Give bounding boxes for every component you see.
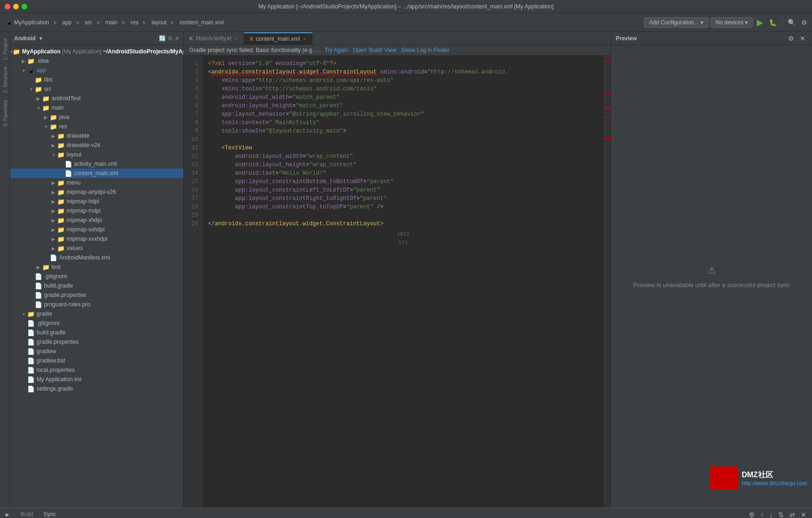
- tree-label: menu: [67, 179, 81, 186]
- close-panel-button[interactable]: ✕: [175, 35, 179, 42]
- tree-item-mipmap-xhdpi[interactable]: ▶ 📁 mipmap-xhdpi: [10, 215, 183, 225]
- tree-item-androidmanifest[interactable]: 📄 AndroidManifest.xml: [10, 253, 183, 262]
- tree-item-java[interactable]: ▶ 📁 java: [10, 112, 183, 122]
- tree-label: androidTest: [52, 95, 81, 102]
- tree-item-libs[interactable]: 📁 libs: [10, 75, 183, 84]
- tree-item-main[interactable]: ▾ 📁 main: [10, 103, 183, 112]
- tree-item-values[interactable]: ▶ 📁 values: [10, 244, 183, 253]
- module-breadcrumb[interactable]: app: [60, 18, 74, 27]
- maximize-button[interactable]: [22, 4, 27, 9]
- tree-item-gradlew[interactable]: 📄 gradlew: [10, 347, 183, 356]
- settings-icon[interactable]: ⚙: [168, 35, 173, 42]
- tree-item-settings-gradle[interactable]: 📄 settings.gradle: [10, 384, 183, 393]
- tree-item-gradlew-bat[interactable]: 📄 gradlew.bat: [10, 356, 183, 365]
- try-again-link[interactable]: Try Again: [325, 47, 348, 53]
- project-panel-header: Android ▾ 🔄 ⚙ ✕: [10, 32, 183, 45]
- tab-build[interactable]: Build: [16, 509, 38, 518]
- run-button[interactable]: ▶: [755, 17, 765, 28]
- tree-item-root[interactable]: ▾ 📁 MyApplication [My Application] ~/And…: [10, 47, 183, 56]
- tree-label: values: [67, 245, 83, 252]
- folder-icon: 📁: [57, 245, 65, 252]
- debug-button[interactable]: 🐛: [767, 19, 779, 26]
- preview-close-button[interactable]: ✕: [798, 34, 807, 43]
- open-build-link[interactable]: Open 'Build' View: [353, 47, 396, 53]
- minimize-button[interactable]: [13, 4, 19, 9]
- tree-item-menu[interactable]: ▶ 📁 menu: [10, 178, 183, 187]
- scroll-up-button[interactable]: ↑: [759, 510, 766, 518]
- tree-item-gradle-properties[interactable]: 📄 gradle.properties: [10, 337, 183, 347]
- tree-label: app: [37, 67, 46, 74]
- file-icon: 📄: [27, 367, 35, 374]
- sync-project-button[interactable]: 🔄: [159, 35, 166, 42]
- add-configuration-button[interactable]: Add Configuration... ▾: [644, 17, 708, 28]
- search-button[interactable]: 🔍: [786, 18, 797, 27]
- folder-icon: 📁: [57, 198, 65, 205]
- tree-item-androidtest[interactable]: ▶ 📁 androidTest: [10, 94, 183, 103]
- tree-item-local-properties[interactable]: 📄 local.properties: [10, 365, 183, 375]
- close-button[interactable]: [5, 4, 10, 9]
- build-forward-button[interactable]: ▶: [4, 511, 11, 518]
- tree-item-proguard[interactable]: 📄 proguard-rules.pro: [10, 300, 183, 309]
- tree-item-build-gradle-app[interactable]: 📄 build.gradle: [10, 281, 183, 290]
- file-icon: 📄: [35, 273, 42, 280]
- tree-item-idea[interactable]: ▶ 📁 .idea: [10, 56, 183, 66]
- tree-item-layout[interactable]: ▾ 📁 layout: [10, 150, 183, 159]
- tree-item-src[interactable]: ▾ 📁 src: [10, 84, 183, 94]
- no-devices-button[interactable]: No devices ▾: [710, 17, 753, 28]
- tree-item-app[interactable]: ▾ 📱 app: [10, 66, 183, 75]
- scroll-down-button[interactable]: ↓: [767, 510, 775, 518]
- tree-item-mipmap-hdpi[interactable]: ▶ 📁 mipmap-hdpi: [10, 197, 183, 206]
- folder-icon: 📁: [27, 58, 35, 65]
- tree-label: mipmap-xhdpi: [67, 217, 102, 223]
- tree-item-mipmap-anydpi[interactable]: ▶ 📁 mipmap-anydpi-v26: [10, 187, 183, 197]
- tree-item-gitignore-root[interactable]: 📄 .gitignore: [10, 318, 183, 328]
- tree-item-drawable-v24[interactable]: ▶ 📁 drawable-v24: [10, 141, 183, 150]
- tree-item-test[interactable]: ▶ 📁 test: [10, 262, 183, 272]
- tree-item-gitignore-app[interactable]: 📄 .gitignore: [10, 272, 183, 281]
- sidebar-item-project[interactable]: 1: Project: [1, 36, 9, 63]
- tree-item-drawable[interactable]: ▶ 📁 drawable: [10, 131, 183, 141]
- tab-sync[interactable]: Sync: [39, 509, 61, 518]
- tab-main-activity[interactable]: K MainActivity.kt ✕: [184, 32, 244, 44]
- expand-button[interactable]: ⇅: [776, 510, 786, 518]
- sidebar-item-favorites[interactable]: 3: Favorites: [1, 97, 9, 129]
- tree-arrow: ▶: [20, 59, 27, 64]
- preview-title: Preview: [616, 35, 637, 42]
- filter-button[interactable]: ⚙: [747, 510, 757, 518]
- tree-label: layout: [67, 151, 82, 158]
- tree-item-myapp-iml[interactable]: 📄 My Application.iml: [10, 375, 183, 384]
- tree-arrow: ▶: [50, 199, 57, 204]
- tree-label: libs: [44, 76, 52, 83]
- close-tab-icon[interactable]: ✕: [234, 36, 238, 41]
- main-breadcrumb[interactable]: main: [103, 18, 120, 27]
- tree-arrow: ▾: [20, 68, 27, 73]
- project-label[interactable]: 📱 MyApplication: [3, 18, 52, 27]
- tree-item-gradle-folder[interactable]: ▾ 📁 gradle: [10, 309, 183, 318]
- tree-item-mipmap-xxxhdpi[interactable]: ▶ 📁 mipmap-xxxhdpi: [10, 234, 183, 244]
- file-icon: 📄: [27, 357, 35, 364]
- chevron-down-icon: ▾: [700, 19, 703, 26]
- preview-settings-button[interactable]: ⚙: [786, 34, 796, 43]
- tree-label: proguard-rules.pro: [44, 301, 90, 308]
- tree-item-activity-main[interactable]: 📄 activity_main.xml: [10, 159, 183, 169]
- tree-item-mipmap-mdpi[interactable]: ▶ 📁 mipmap-mdpi: [10, 206, 183, 215]
- res-breadcrumb[interactable]: res: [128, 18, 142, 27]
- code-editor[interactable]: <?xml version="1.0" encoding="utf-8"?> <…: [202, 56, 604, 508]
- tree-item-content-main[interactable]: 📄 content_main.xml: [10, 169, 183, 178]
- show-log-link[interactable]: Show Log in Finder: [401, 47, 449, 53]
- tree-item-mipmap-xxhdpi[interactable]: ▶ 📁 mipmap-xxhdpi: [10, 225, 183, 234]
- tree-item-res[interactable]: ▾ 📁 res: [10, 122, 183, 131]
- src-breadcrumb[interactable]: src: [82, 18, 95, 27]
- tree-item-gradle-props[interactable]: 📄 gradle.properties: [10, 290, 183, 300]
- android-dropdown[interactable]: ▾: [39, 35, 42, 42]
- tree-arrow: ▶: [50, 227, 57, 232]
- close-bottom-button[interactable]: ✕: [799, 510, 808, 518]
- settings-button[interactable]: ⚙: [799, 18, 809, 27]
- tab-content-main[interactable]: X content_main.xml ✕: [244, 32, 313, 44]
- close-tab-icon[interactable]: ✕: [303, 37, 306, 42]
- tree-item-build-gradle-root[interactable]: 📄 build.gradle: [10, 328, 183, 337]
- collapse-button[interactable]: ⇄: [788, 510, 797, 518]
- layout-breadcrumb[interactable]: layout: [149, 18, 169, 27]
- sidebar-item-structure[interactable]: 2: Structure: [1, 64, 9, 96]
- file-breadcrumb[interactable]: content_main.xml: [177, 18, 226, 27]
